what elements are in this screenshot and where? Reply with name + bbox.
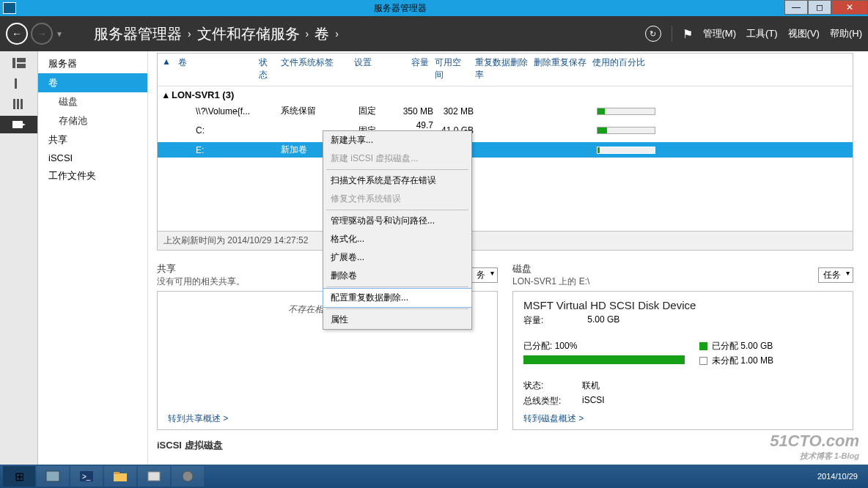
vol-free: 302 MB [436, 106, 477, 117]
disk-device-name: MSFT Virtual HD SCSI Disk Device [523, 299, 842, 311]
volumes-panel: ▲ 卷 状态 文件系统标签 设置 容量 可用空间 重复数据删除率 删除重复保存 … [157, 53, 853, 251]
context-menu-item[interactable]: 删除卷 [323, 267, 471, 285]
breadcrumb-root[interactable]: 服务器管理器 [94, 24, 182, 44]
window-titlebar: 服务器管理器 — ◻ ✕ [0, 0, 868, 16]
close-button[interactable]: ✕ [831, 0, 868, 15]
col-free[interactable]: 可用空间 [432, 56, 472, 81]
menu-tools[interactable]: 工具(T) [746, 27, 778, 40]
volume-row[interactable]: E: 新加卷 [158, 142, 853, 158]
context-menu-item[interactable]: 管理驱动器号和访问路径... [323, 212, 471, 230]
svg-rect-7 [12, 121, 23, 128]
disk-status-label: 状态: [523, 380, 567, 392]
col-percent-used[interactable]: 使用的百分比 [589, 56, 663, 81]
menu-separator [326, 210, 468, 210]
menu-help[interactable]: 帮助(H) [830, 27, 862, 40]
col-sort-icon[interactable]: ▲ [158, 56, 175, 81]
refresh-icon[interactable]: ↻ [645, 26, 661, 42]
col-status[interactable]: 状态 [256, 56, 278, 81]
volume-group-row[interactable]: ▴LON-SVR1 (3) [158, 86, 853, 103]
taskbar-server-manager[interactable] [37, 466, 69, 487]
legend-unallocated-text: 未分配 1.00 MB [712, 355, 773, 367]
window-title: 服务器管理器 [16, 2, 784, 15]
sidebar-item-storage-pools[interactable]: 存储池 [38, 111, 147, 130]
shares-title: 共享 [157, 262, 245, 276]
svg-rect-13 [148, 472, 160, 481]
chevron-right-icon: › [335, 28, 339, 40]
sidebar-item-disks[interactable]: 磁盘 [38, 92, 147, 111]
menu-view[interactable]: 视图(V) [788, 27, 820, 40]
sidebar-item-iscsi[interactable]: iSCSI [38, 149, 147, 166]
vol-prov: 固定 [356, 105, 400, 117]
menu-manage[interactable]: 管理(M) [703, 27, 737, 40]
disk-tasks-dropdown[interactable]: 任务 [818, 267, 853, 283]
disk-bus-label: 总线类型: [523, 395, 567, 407]
sidebar-item-servers[interactable]: 服务器 [38, 54, 147, 73]
disk-allocation-bar [523, 355, 685, 364]
volume-row[interactable]: \\?\Volume{f... 系统保留 固定 350 MB 302 MB [158, 103, 853, 119]
breadcrumb-l1[interactable]: 文件和存储服务 [197, 24, 300, 44]
forward-button[interactable]: → [31, 23, 53, 45]
context-menu-item[interactable]: 属性 [323, 311, 471, 329]
taskbar-powershell[interactable]: >_ [70, 466, 103, 487]
context-menu-item[interactable]: 格式化... [323, 230, 471, 248]
volumes-header: ▲ 卷 状态 文件系统标签 设置 容量 可用空间 重复数据删除率 删除重复保存 … [158, 53, 853, 86]
svg-rect-2 [17, 64, 26, 68]
svg-rect-4 [13, 99, 15, 109]
taskbar: ⊞ >_ 2014/10/29 [0, 465, 868, 488]
taskbar-explorer[interactable] [104, 466, 136, 487]
group-label: LON-SVR1 (3) [172, 89, 234, 100]
rail-file-services-icon[interactable] [0, 116, 37, 133]
window-controls: — ◻ ✕ [784, 0, 868, 16]
sidebar-item-volumes[interactable]: 卷 [38, 73, 147, 92]
sidebar-item-work-folders[interactable]: 工作文件夹 [38, 166, 147, 185]
sidebar-item-shares[interactable]: 共享 [38, 130, 147, 149]
context-menu-item[interactable]: 扫描文件系统是否存在错误 [323, 171, 471, 190]
context-menu-item: 新建 iSCSI 虚拟磁盘... [323, 149, 471, 168]
chevron-right-icon: › [188, 28, 191, 40]
disk-legend: 已分配 5.00 GB 未分配 1.00 MB [699, 340, 773, 369]
volume-rows: \\?\Volume{f... 系统保留 固定 350 MB 302 MB C:… [158, 103, 853, 158]
legend-allocated-icon [699, 342, 707, 350]
shares-tasks-dropdown[interactable]: 务 [471, 267, 498, 283]
col-provisioning[interactable]: 设置 [351, 56, 395, 81]
sidebar: 服务器 卷 磁盘 存储池 共享 iSCSI 工作文件夹 [38, 51, 148, 465]
nav-history-dropdown[interactable]: ▼ [56, 30, 63, 38]
svg-rect-1 [17, 58, 26, 62]
app-icon [3, 2, 16, 14]
vol-name: E: [175, 145, 256, 155]
col-dedup-savings[interactable]: 删除重复保存 [531, 56, 589, 81]
maximize-button[interactable]: ◻ [808, 0, 831, 15]
notifications-flag-icon[interactable]: ⚑ [683, 27, 693, 41]
minimize-button[interactable]: — [784, 0, 808, 15]
col-dedup-rate[interactable]: 重复数据删除率 [472, 56, 531, 81]
top-actions: ↻ ⚑ 管理(M) 工具(T) 视图(V) 帮助(H) [645, 26, 863, 42]
rail-dashboard-icon[interactable] [0, 54, 37, 72]
icon-rail [0, 51, 38, 465]
disk-overview-link[interactable]: 转到磁盘概述 > [523, 413, 584, 425]
rail-local-server-icon[interactable] [0, 75, 37, 92]
disk-title: 磁盘 [512, 262, 589, 276]
svg-rect-8 [46, 471, 59, 481]
taskbar-app-2[interactable] [172, 466, 204, 487]
svg-rect-5 [17, 99, 19, 109]
col-volume[interactable]: 卷 [175, 56, 256, 81]
context-menu-item[interactable]: 配置重复数据删除... [323, 288, 472, 308]
context-menu-item[interactable]: 扩展卷... [323, 248, 471, 267]
taskbar-app-1[interactable] [138, 466, 170, 487]
svg-point-14 [183, 471, 193, 481]
vol-cap: 350 MB [400, 106, 436, 117]
svg-rect-6 [21, 99, 23, 109]
taskbar-clock[interactable]: 2014/10/29 [817, 472, 865, 481]
start-button[interactable]: ⊞ [3, 466, 35, 487]
col-capacity[interactable]: 容量 [395, 56, 432, 81]
iscsi-panel-title: iSCSI 虚拟磁盘 [157, 439, 853, 452]
context-menu-item[interactable]: 新建共享... [323, 131, 471, 149]
shares-overview-link[interactable]: 转到共享概述 > [168, 413, 228, 425]
col-fs-label[interactable]: 文件系统标签 [278, 56, 351, 81]
vol-name: \\?\Volume{f... [175, 106, 256, 117]
volume-row[interactable]: C: 固定 49.7 GB 41.0 GB [158, 119, 853, 142]
rail-all-servers-icon[interactable] [0, 95, 37, 113]
menu-separator [326, 169, 468, 170]
breadcrumb-l2[interactable]: 卷 [315, 24, 329, 44]
back-button[interactable]: ← [6, 23, 28, 45]
